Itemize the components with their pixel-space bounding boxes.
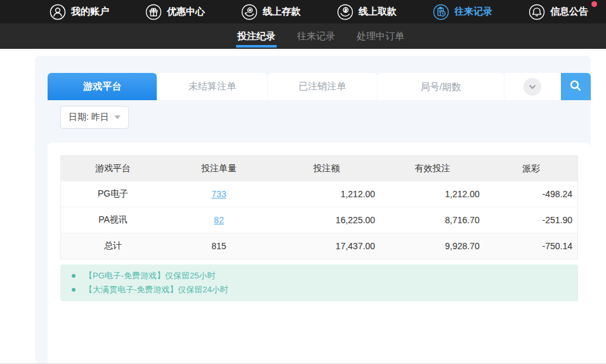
date-filter-label: 日期: 昨日 xyxy=(69,112,109,123)
tab-cancelled-bets[interactable]: 已注销注单 xyxy=(268,73,377,100)
subnav-transaction-records[interactable]: 往来记录 xyxy=(297,23,335,49)
search-icon xyxy=(569,79,583,94)
col-header-payout: 派彩 xyxy=(485,156,578,181)
col-header-platform: 游戏平台 xyxy=(61,156,166,181)
subnav-item-label: 处理中订单 xyxy=(357,30,404,42)
platform-cell: PG电子 xyxy=(61,181,166,207)
subnav-item-label: 往来记录 xyxy=(297,30,335,42)
total-payout-cell: -750.14 xyxy=(485,233,578,259)
caret-down-icon xyxy=(114,115,121,119)
table-header-row: 游戏平台 投注单量 投注额 有效投注 派彩 xyxy=(61,156,578,181)
deposit-hand-coin-icon xyxy=(241,4,258,20)
bet-amount-cell: 1,212.00 xyxy=(273,181,381,207)
tab-game-platform[interactable]: 游戏平台 xyxy=(48,73,157,100)
table-row: PA视讯 82 16,225.00 8,716.70 -251.90 xyxy=(61,207,578,233)
bet-count-link[interactable]: 82 xyxy=(214,215,224,225)
payout-cell: -251.90 xyxy=(485,207,578,233)
subnav-betting-records[interactable]: 投注纪录 xyxy=(237,23,275,49)
notice-box: 【PG电子-免费游戏】仅保留25小时 【大满贯电子-免费游戏】仅保留24小时 xyxy=(60,264,578,301)
date-filter-dropdown[interactable]: 日期: 昨日 xyxy=(60,106,129,129)
gift-icon xyxy=(145,4,162,20)
user-icon xyxy=(49,4,66,20)
sub-navigation: 投注纪录 往来记录 处理中订单 xyxy=(0,23,606,49)
tab-unsettled-bets[interactable]: 未结算注单 xyxy=(157,73,267,100)
round-number-input[interactable] xyxy=(378,73,504,100)
valid-bet-cell: 1,212.00 xyxy=(380,181,485,207)
total-count-cell: 815 xyxy=(165,233,273,259)
bet-count-link[interactable]: 733 xyxy=(211,189,226,199)
chevron-down-icon xyxy=(524,78,541,96)
platform-cell: PA视讯 xyxy=(61,207,166,233)
report-card: 游戏平台 投注单量 投注额 有效投注 派彩 PG电子 733 1,212.00 … xyxy=(48,143,591,363)
main-panel: 游戏平台 未结算注单 已注销注单 日期: 昨日 xyxy=(35,56,591,363)
table-row: PG电子 733 1,212.00 1,212.00 -498.24 xyxy=(61,181,578,207)
nav-item-label: 线上存款 xyxy=(263,6,301,18)
payout-cell: -498.24 xyxy=(485,181,578,207)
col-header-valid-bet: 有效投注 xyxy=(380,156,485,181)
valid-bet-cell: 8,716.70 xyxy=(380,207,485,233)
nav-announcements[interactable]: 信息公告 xyxy=(529,4,598,20)
nav-promotions[interactable]: 优惠中心 xyxy=(145,4,215,20)
nav-item-label: 往来记录 xyxy=(454,6,492,18)
top-navigation: 我的账户 优惠中心 线上存款 xyxy=(0,0,606,23)
expand-dropdown[interactable] xyxy=(504,73,560,100)
total-valid-cell: 9,928.70 xyxy=(380,233,485,259)
bet-summary-table: 游戏平台 投注单量 投注额 有效投注 派彩 PG电子 733 1,212.00 … xyxy=(60,155,578,259)
withdraw-hand-coin-icon xyxy=(337,4,353,20)
table-total-row: 总计 815 17,437.00 9,928.70 -750.14 xyxy=(61,233,578,259)
search-button[interactable] xyxy=(561,73,591,100)
nav-item-label: 信息公告 xyxy=(550,6,588,18)
total-label-cell: 总计 xyxy=(61,233,166,259)
nav-deposit[interactable]: 线上存款 xyxy=(241,4,311,20)
subnav-processing-orders[interactable]: 处理中订单 xyxy=(357,23,404,49)
nav-item-label: 线上取款 xyxy=(359,6,397,18)
active-tab-underline xyxy=(236,45,277,48)
records-clipboard-clock-icon xyxy=(433,4,449,20)
col-header-bet-amount: 投注额 xyxy=(273,156,381,181)
notification-dot xyxy=(591,1,597,7)
col-header-bet-count: 投注单量 xyxy=(165,156,273,181)
bet-amount-cell: 16,225.00 xyxy=(273,207,381,233)
total-bet-cell: 17,437.00 xyxy=(273,233,381,259)
filter-tab-row: 游戏平台 未结算注单 已注销注单 xyxy=(48,73,591,100)
nav-item-label: 优惠中心 xyxy=(167,6,205,18)
nav-withdraw[interactable]: 线上取款 xyxy=(337,4,407,20)
nav-transaction-records[interactable]: 往来记录 xyxy=(433,4,503,20)
notice-item: 【PG电子-免费游戏】仅保留25小时 xyxy=(72,269,567,283)
bell-icon xyxy=(529,4,545,20)
nav-my-account[interactable]: 我的账户 xyxy=(49,4,119,20)
notice-item: 【大满贯电子-免费游戏】仅保留24小时 xyxy=(72,283,567,297)
nav-item-label: 我的账户 xyxy=(71,6,109,18)
subnav-item-label: 投注纪录 xyxy=(237,30,275,42)
